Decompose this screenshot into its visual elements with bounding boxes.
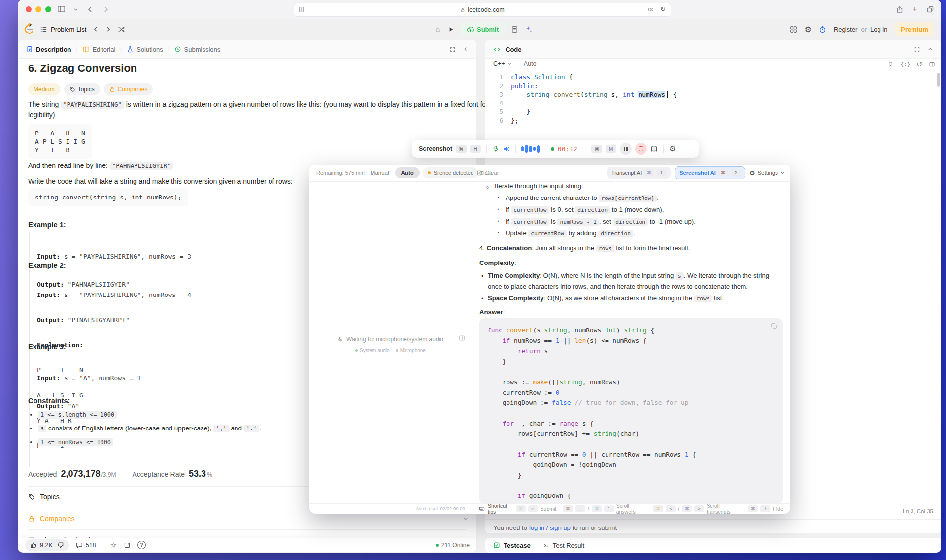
zoom-window-button[interactable] xyxy=(45,6,51,12)
gear-icon[interactable]: ⚙ xyxy=(805,25,811,34)
dislike-button[interactable] xyxy=(57,542,64,549)
tab-submissions[interactable]: Submissions xyxy=(174,46,221,53)
premium-button[interactable]: Premium xyxy=(895,22,934,36)
submit-label: Submit xyxy=(477,26,499,33)
topics-badge[interactable]: Topics xyxy=(64,83,100,95)
problem-list-button[interactable]: Problem List xyxy=(40,26,86,33)
quote-key: ' xyxy=(604,505,614,512)
layout-grid-icon[interactable] xyxy=(790,26,797,33)
settings-button[interactable]: ⚙ Settings xyxy=(749,169,785,177)
format-code-icon[interactable]: {;} xyxy=(900,61,910,67)
expand-panel-icon[interactable] xyxy=(449,46,456,53)
login-link[interactable]: Log in xyxy=(870,26,887,33)
example-line: Output: "PINALSIGYAHRPI" xyxy=(37,316,191,324)
login-signup-link[interactable]: log in / sign up xyxy=(529,524,571,531)
tab-editorial-label: Editorial xyxy=(92,46,115,53)
auto-toggle[interactable]: Auto xyxy=(524,60,537,67)
editor-layout-icon[interactable] xyxy=(929,61,935,67)
sidebar-icon[interactable] xyxy=(57,5,66,13)
copy-icon[interactable] xyxy=(771,323,777,329)
transcript-ai-tab[interactable]: Transcript AI ⌘ 1 xyxy=(607,167,671,179)
auto-mode-button[interactable]: Auto xyxy=(395,167,420,178)
code-line[interactable]: } xyxy=(511,107,530,116)
chevron-up-icon[interactable] xyxy=(927,46,933,52)
rate-label: Acceptance Rate xyxy=(132,470,185,478)
clear-answers-button[interactable]: Clear xyxy=(476,170,499,176)
timer-icon[interactable] xyxy=(819,26,826,33)
share-icon[interactable] xyxy=(124,542,131,549)
sparkles-icon[interactable] xyxy=(525,25,533,33)
close-window-button[interactable] xyxy=(26,6,32,12)
privacy-report-icon[interactable] xyxy=(647,6,654,13)
pause-button[interactable] xyxy=(620,143,632,155)
speaker-icon[interactable] xyxy=(503,145,510,153)
lock-icon xyxy=(109,86,115,92)
language-select[interactable]: C++ xyxy=(493,60,512,67)
go-code-line: if currentRow == 0 || currentRow == numR… xyxy=(487,449,696,460)
problem-list-label: Problem List xyxy=(51,26,86,33)
prev-question-icon[interactable] xyxy=(92,26,99,33)
tab-overview-icon[interactable] xyxy=(926,5,934,13)
companies-badge[interactable]: Companies xyxy=(104,83,153,95)
minimize-window-button[interactable] xyxy=(35,6,41,12)
collapse-pane-icon[interactable] xyxy=(459,335,465,341)
transcript-ai-label: Transcript AI xyxy=(611,170,642,176)
accepted-label: Accepted xyxy=(28,470,57,478)
editor-scrollbar[interactable] xyxy=(937,73,940,87)
next-reset-label: Next reset: 02/02 00:00 xyxy=(416,506,465,511)
collapse-panel-icon[interactable] xyxy=(463,46,469,52)
forward-icon[interactable] xyxy=(102,5,110,13)
shuffle-icon[interactable] xyxy=(118,26,125,33)
back-icon[interactable] xyxy=(86,5,94,13)
help-icon[interactable]: ? xyxy=(137,541,146,549)
code-line[interactable]: class Solution { xyxy=(511,73,573,82)
tab-description[interactable]: Description xyxy=(26,46,71,53)
tab-test-result[interactable]: Test Result xyxy=(543,542,584,549)
problem-footer-bar: 9.2K 518 ☆ ? 211 Online xyxy=(18,538,476,552)
manual-mode-button[interactable]: Manual xyxy=(368,170,392,176)
new-tab-icon[interactable]: + xyxy=(912,4,917,14)
code-line[interactable]: public: xyxy=(511,82,538,91)
editorial-icon xyxy=(82,46,89,53)
book-icon[interactable] xyxy=(650,145,658,153)
tag-icon xyxy=(69,86,75,92)
debug-icon[interactable] xyxy=(434,26,441,33)
bookmark-icon[interactable] xyxy=(887,61,894,67)
register-link[interactable]: Register xyxy=(834,26,857,33)
answer-list-item: Iterate through the input string: xyxy=(495,182,583,190)
like-button[interactable]: 9.2K xyxy=(30,542,53,549)
go-code-line: rows[currentRow] += string(char) xyxy=(487,428,639,439)
next-question-icon[interactable] xyxy=(105,26,112,33)
example-heading: Example 3: xyxy=(28,343,66,351)
reload-icon[interactable]: ↻ xyxy=(660,5,666,13)
microphone-icon[interactable] xyxy=(492,145,499,152)
code-line[interactable]: }; xyxy=(511,116,519,125)
leetcode-logo-icon[interactable] xyxy=(24,23,34,35)
go-code-line: } xyxy=(487,470,521,480)
notes-icon[interactable] xyxy=(511,26,518,33)
scroll-transcripts-label: Scroll transcripts xyxy=(707,503,742,514)
tab-editorial[interactable]: Editorial xyxy=(82,46,115,53)
expand-panel-icon[interactable] xyxy=(914,46,920,53)
chevron-down-icon[interactable] xyxy=(73,7,78,12)
problem-paragraph: legibility) xyxy=(28,111,55,119)
share-icon[interactable] xyxy=(896,5,904,14)
address-bar[interactable]: leetcode.com ↻ xyxy=(294,3,671,17)
run-icon[interactable] xyxy=(448,26,454,33)
star-icon[interactable]: ☆ xyxy=(110,541,117,550)
submit-button[interactable]: Submit xyxy=(461,22,505,36)
comments-button[interactable]: 518 xyxy=(76,542,96,549)
undo-icon[interactable]: ↺ xyxy=(916,60,922,68)
stop-button[interactable] xyxy=(635,143,647,155)
tab-testcase[interactable]: Testcase xyxy=(493,542,531,549)
shortcut-tips-button[interactable]: Shortcut tips xyxy=(479,503,516,514)
code-line[interactable]: string convert(string s, int numRows) { xyxy=(511,90,677,99)
difficulty-badge[interactable]: Medium xyxy=(28,83,60,95)
source-dot-icon xyxy=(396,349,398,352)
problem-paragraph: Write the code that will take a string a… xyxy=(28,177,293,185)
screenshot-ai-tab[interactable]: Screenshot AI ⌘ 2 xyxy=(675,166,745,179)
tab-solutions[interactable]: Solutions xyxy=(127,46,163,53)
reader-icon[interactable] xyxy=(298,6,304,13)
gear-icon[interactable]: ⚙ xyxy=(669,144,676,153)
screenshot-button[interactable]: Screenshot xyxy=(419,145,452,152)
